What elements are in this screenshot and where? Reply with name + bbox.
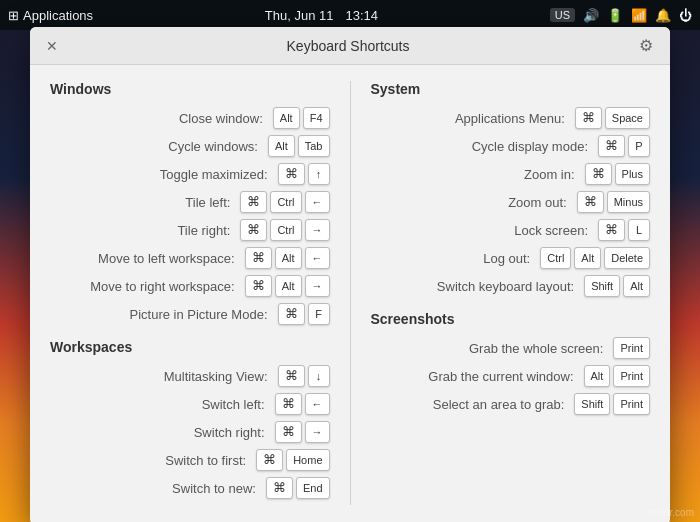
key-super: ⌘ [275,393,302,415]
shortcut-toggle-maximized: Toggle maximized: ⌘ ↑ [50,163,330,185]
screenshots-section-title: Screenshots [371,311,651,327]
toggle-max-label: Toggle maximized: [160,167,268,182]
move-left-label: Move to left workspace: [98,251,235,266]
shortcut-lock-screen: Lock screen: ⌘ L [371,219,651,241]
key-super: ⌘ [278,163,305,185]
pip-label: Picture in Picture Mode: [129,307,267,322]
lock-screen-keys: ⌘ L [598,219,650,241]
shortcut-tile-right: Tile right: ⌘ Ctrl → [50,219,330,241]
move-right-label: Move to right workspace: [90,279,235,294]
shortcut-grab-area: Select an area to grab: Shift Print [371,393,651,415]
shortcut-kb-layout: Switch keyboard layout: Shift Alt [371,275,651,297]
key-l: L [628,219,650,241]
key-super: ⌘ [256,449,283,471]
key-super: ⌘ [577,191,604,213]
key-alt: Alt [275,247,302,269]
key-end: End [296,477,330,499]
key-super: ⌘ [598,135,625,157]
dialog-titlebar: ✕ Keyboard Shortcuts ⚙ [30,27,670,65]
key-super: ⌘ [275,421,302,443]
lock-screen-label: Lock screen: [514,223,588,238]
shortcut-close-window: Close window: Alt F4 [50,107,330,129]
tile-right-label: Tile right: [177,223,230,238]
key-super: ⌘ [266,477,293,499]
close-window-label: Close window: [179,111,263,126]
key-space: Space [605,107,650,129]
apps-label[interactable]: Applications [23,8,93,23]
shortcut-tile-left: Tile left: ⌘ Ctrl ← [50,191,330,213]
shortcut-ws-new: Switch to new: ⌘ End [50,477,330,499]
shortcut-ws-right: Switch right: ⌘ → [50,421,330,443]
ws-first-keys: ⌘ Home [256,449,329,471]
volume-icon[interactable]: 🔊 [583,8,599,23]
ws-first-label: Switch to first: [165,453,246,468]
key-alt: Alt [584,365,611,387]
left-column: Windows Close window: Alt F4 Cycle windo… [50,81,330,505]
grab-area-label: Select an area to grab: [433,397,565,412]
key-alt: Alt [623,275,650,297]
key-super: ⌘ [278,365,305,387]
locale-label: US [550,8,575,22]
grab-whole-label: Grab the whole screen: [469,341,603,356]
grab-window-keys: Alt Print [584,365,650,387]
ws-left-keys: ⌘ ← [275,393,330,415]
shortcut-ws-first: Switch to first: ⌘ Home [50,449,330,471]
key-alt: Alt [273,107,300,129]
ws-new-keys: ⌘ End [266,477,330,499]
move-left-keys: ⌘ Alt ← [245,247,330,269]
taskbar: ⊞ Applications Thu, Jun 11 13:14 US 🔊 🔋 … [0,0,700,30]
key-super: ⌘ [240,219,267,241]
grab-area-keys: Shift Print [574,393,650,415]
close-button[interactable]: ✕ [42,36,62,56]
key-p: P [628,135,650,157]
shortcut-multitasking: Multitasking View: ⌘ ↓ [50,365,330,387]
key-left: ← [305,247,330,269]
dialog-title: Keyboard Shortcuts [62,38,634,54]
shortcut-zoom-in: Zoom in: ⌘ Plus [371,163,651,185]
settings-button[interactable]: ⚙ [634,34,658,58]
zoom-in-label: Zoom in: [524,167,575,182]
key-left: ← [305,191,330,213]
shortcut-move-right: Move to right workspace: ⌘ Alt → [50,275,330,297]
workspaces-section-title: Workspaces [50,339,330,355]
cycle-windows-keys: Alt Tab [268,135,330,157]
cycle-display-keys: ⌘ P [598,135,650,157]
log-out-label: Log out: [483,251,530,266]
taskbar-left: ⊞ Applications [8,8,93,23]
grab-window-label: Grab the current window: [428,369,573,384]
column-divider [350,81,351,505]
right-column: System Applications Menu: ⌘ Space Cycle … [371,81,651,505]
key-f: F [308,303,330,325]
tile-right-keys: ⌘ Ctrl → [240,219,329,241]
shortcut-ws-left: Switch left: ⌘ ← [50,393,330,415]
wifi-icon[interactable]: 📶 [631,8,647,23]
ws-new-label: Switch to new: [172,481,256,496]
key-right: → [305,275,330,297]
taskbar-right: US 🔊 🔋 📶 🔔 ⏻ [550,8,692,23]
key-up: ↑ [308,163,330,185]
key-super: ⌘ [278,303,305,325]
windows-section-title: Windows [50,81,330,97]
key-alt: Alt [268,135,295,157]
desktop: ✕ Keyboard Shortcuts ⚙ Windows Close win… [0,30,700,522]
dialog-body: Windows Close window: Alt F4 Cycle windo… [30,65,670,522]
key-print: Print [613,393,650,415]
apps-menu-label: Applications Menu: [455,111,565,126]
power-icon[interactable]: ⏻ [679,8,692,23]
key-super: ⌘ [585,163,612,185]
ws-right-label: Switch right: [194,425,265,440]
kb-layout-keys: Shift Alt [584,275,650,297]
key-right: → [305,219,330,241]
apps-menu-keys: ⌘ Space [575,107,650,129]
cycle-display-label: Cycle display mode: [472,139,588,154]
key-shift: Shift [584,275,620,297]
shortcut-pip: Picture in Picture Mode: ⌘ F [50,303,330,325]
cycle-windows-label: Cycle windows: [168,139,258,154]
key-super: ⌘ [575,107,602,129]
bell-icon[interactable]: 🔔 [655,8,671,23]
battery-icon[interactable]: 🔋 [607,8,623,23]
shortcut-cycle-windows: Cycle windows: Alt Tab [50,135,330,157]
watermark: wsxdr.com [647,507,694,518]
shortcut-zoom-out: Zoom out: ⌘ Minus [371,191,651,213]
grab-whole-keys: Print [613,337,650,359]
